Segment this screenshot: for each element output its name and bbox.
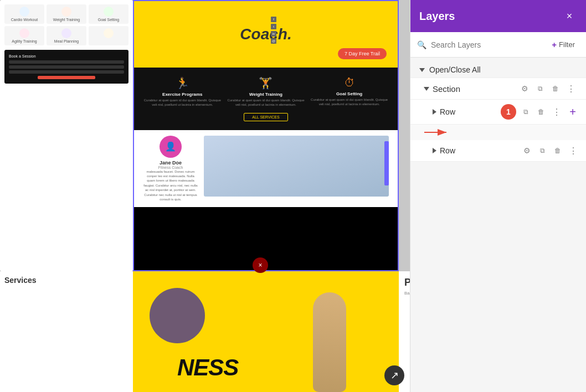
about-right [204, 136, 389, 202]
float-tool-button[interactable]: ↗ [384, 365, 404, 385]
row2-trash-icon: 🗑 [554, 147, 561, 154]
service-title-3: Goal Setting [310, 91, 389, 96]
open-close-label: Open/Close All [429, 65, 481, 74]
hero-cta: 7 Day Free Trail [338, 48, 387, 59]
row2-more-button[interactable]: ⋮ [567, 145, 579, 157]
row1-trash-icon: 🗑 [538, 108, 544, 116]
section-label: Section [433, 84, 515, 94]
layers-search-bar: 🔍 + Filter [410, 32, 586, 58]
service-title-1: Exercise Programs [143, 92, 222, 97]
fitness-text-yellow: FIT [144, 354, 177, 380]
book-input-3 [9, 70, 124, 74]
row1-badge: 1 [501, 104, 516, 120]
fitness-text-dark: NESS [177, 354, 238, 380]
preview-card-top-left: Cardio Workout Weight Training Goal Sett… [0, 0, 133, 271]
layers-panel: Layers × 🔍 + Filter Open/Close All Secti… [410, 0, 586, 392]
canvas-area: Cardio Workout Weight Training Goal Sett… [0, 0, 410, 392]
arrow-pointer-container [410, 125, 586, 140]
layers-close-button[interactable]: × [562, 8, 577, 24]
search-input[interactable] [431, 40, 543, 49]
fitness-card-6 [89, 26, 128, 45]
section-triangle-icon [424, 87, 429, 91]
fitness-card-5: Meal Planning [47, 26, 86, 45]
fitness-text: FITNESS [144, 354, 238, 381]
filter-button[interactable]: + Filter [547, 38, 579, 51]
about-text: malesuada faucet. Donec rutrum conper le… [143, 169, 198, 202]
yoga-figure [299, 281, 360, 392]
person-title: Fitness Coach [143, 166, 198, 169]
triangle-down-icon [419, 68, 425, 72]
row2-delete-button[interactable]: 🗑 [552, 145, 564, 157]
section-copy-button[interactable]: ⧉ [534, 82, 546, 95]
book-label: Book a Session [9, 54, 124, 58]
service-item-3: ⏱ Goal Setting Curabitur at quet quam id… [310, 76, 389, 107]
row2-copy-button[interactable]: ⧉ [536, 145, 548, 157]
layers-header: Layers × [410, 0, 586, 32]
pricing-basic: Basic [404, 291, 410, 296]
row2-label: Row [440, 146, 517, 155]
fitness-card-4: Agility Training [4, 26, 44, 45]
section-gear-button[interactable]: ⚙ [518, 82, 531, 95]
section-row[interactable]: Section ⚙ ⧉ 🗑 ⋮ [410, 78, 586, 100]
purple-blob [150, 288, 205, 343]
services-heading: Services [4, 276, 128, 285]
fitness-card-1: Cardio Workout [4, 4, 44, 24]
row-item-1[interactable]: Row 1 ⧉ 🗑 ⋮ + [410, 100, 586, 125]
social-icon-t: t [271, 24, 276, 29]
book-section: Book a Session [4, 50, 128, 84]
row2-triangle-icon [433, 148, 436, 153]
social-icon-ig: @ [271, 38, 276, 44]
about-image [204, 136, 389, 197]
section-delete-button[interactable]: 🗑 [549, 82, 562, 95]
avatar: 👤 [160, 136, 182, 158]
fitness-card-3: Goal Setting [89, 4, 128, 24]
service-text-2: Curabitur at quet quam id dui quam bland… [227, 99, 306, 107]
about-section: 👤 Jane Doe Fitness Coach malesuada fauce… [134, 130, 398, 208]
gear-icon: ⚙ [521, 84, 528, 93]
services-section: 🏃 Exercise Programs Curabitur at quet qu… [134, 68, 398, 130]
row1-label: Row [440, 107, 497, 116]
copy-icon: ⧉ [538, 85, 543, 92]
row2-gear-icon: ⚙ [523, 146, 531, 155]
filter-plus-icon: + [552, 40, 557, 49]
arrow-pointer-icon [421, 125, 455, 140]
service-item-2: 🏋 Weight Training Curabitur at quet quam… [227, 76, 306, 107]
book-button[interactable] [38, 76, 95, 79]
service-text-1: Curabitur at quet quam id dui quam bland… [143, 99, 222, 107]
preview-bottom-center: FITNESS [133, 271, 399, 392]
row2-gear-button[interactable]: ⚙ [521, 145, 533, 157]
social-icon-f: f [271, 17, 276, 22]
section-more-button[interactable]: ⋮ [565, 82, 577, 95]
row1-copy-button[interactable]: ⧉ [520, 106, 532, 118]
row1-triangle-icon [433, 109, 436, 115]
row-item-2[interactable]: Row ⚙ ⧉ 🗑 ⋮ [410, 140, 586, 162]
all-services-button[interactable]: ALL SERVICES [244, 113, 288, 121]
filter-label: Filter [559, 40, 575, 49]
row1-more-button[interactable]: ⋮ [551, 106, 563, 118]
service-item-1: 🏃 Exercise Programs Curabitur at quet qu… [143, 76, 222, 107]
open-close-all-row[interactable]: Open/Close All [410, 62, 586, 78]
preview-bottom-left: Services [0, 271, 133, 392]
hero-section: Coach. 7 Day Free Trail [134, 1, 398, 68]
row2-copy-icon: ⧉ [540, 147, 545, 154]
close-float-button[interactable]: × [253, 257, 268, 273]
search-icon: 🔍 [417, 40, 426, 49]
book-input-2 [9, 65, 124, 69]
service-text-3: Curabitur at quet quam id dui quam bland… [310, 98, 389, 107]
person-name: Jane Doe [143, 160, 198, 166]
row1-copy-icon: ⧉ [523, 108, 528, 116]
service-title-2: Weight Training [227, 92, 306, 97]
pricing-label: Pricing [404, 277, 410, 288]
preview-center: Coach. 7 Day Free Trail f t in @ 🏃 Exerc… [133, 0, 399, 271]
social-icon-in: in [271, 31, 276, 37]
about-accent [384, 141, 389, 185]
trash-icon: 🗑 [552, 85, 559, 92]
fitness-card-2: Weight Training [47, 4, 86, 24]
layers-title: Layers [419, 10, 455, 23]
about-left: 👤 Jane Doe Fitness Coach malesuada fauce… [143, 136, 198, 202]
row1-delete-button[interactable]: 🗑 [535, 106, 547, 118]
layers-body: Open/Close All Section ⚙ ⧉ 🗑 ⋮ Row 1 ⧉ [410, 58, 586, 392]
row1-plus-button[interactable]: + [566, 105, 579, 118]
hero-title: Coach. [240, 25, 291, 43]
book-input-1 [9, 60, 124, 64]
